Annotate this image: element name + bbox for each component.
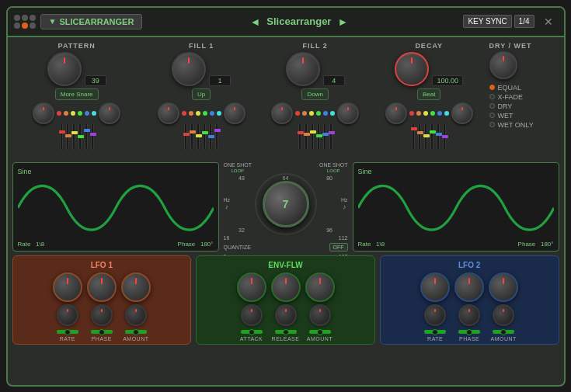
lfo1-amount-knob[interactable] xyxy=(121,272,151,302)
pattern-sub-knob1[interactable] xyxy=(33,102,54,124)
fill2-slider-2[interactable] xyxy=(305,123,308,150)
lfo-right-rate: Rate 1\8 xyxy=(358,241,385,248)
lfo1-rate-knob[interactable] xyxy=(53,272,82,302)
fill2-knob[interactable] xyxy=(286,52,320,86)
option-wet[interactable]: WET xyxy=(489,112,514,120)
quantize-left-off-btn[interactable]: OFF xyxy=(329,243,348,252)
close-button[interactable]: ✕ xyxy=(539,14,558,29)
option-xfade[interactable]: X-FADE xyxy=(489,93,524,101)
fill1-slider-1[interactable] xyxy=(184,123,187,150)
preset-prev-button[interactable]: ◄ xyxy=(246,16,263,28)
env-attack-knob[interactable] xyxy=(237,272,266,302)
lfo2-phase-knob[interactable] xyxy=(454,272,484,302)
lfo1-phase-knob[interactable] xyxy=(87,272,117,302)
option-equal[interactable]: EQUAL xyxy=(489,84,522,92)
pattern-slider-4[interactable] xyxy=(78,123,82,150)
preset-next-button[interactable]: ► xyxy=(334,16,351,28)
fill2-slider-6[interactable] xyxy=(329,123,333,150)
plugin-name-button[interactable]: ▼ SLICEARRANGER xyxy=(40,14,143,29)
lfo1-amount-mini-knob[interactable] xyxy=(125,304,147,326)
decay-slider-4[interactable] xyxy=(430,123,433,150)
fill2-value[interactable]: 4 xyxy=(323,75,345,86)
lfo1-rate-mini-indicator xyxy=(67,309,68,312)
pattern-slider-6[interactable] xyxy=(91,123,94,150)
lfo-right-phase: Phase 180° xyxy=(518,241,554,248)
pattern-slider-5[interactable] xyxy=(85,123,88,150)
decay-sub-knob2[interactable] xyxy=(451,102,473,124)
env-amount-mini-knob[interactable] xyxy=(309,304,331,326)
lfo2-amount-knob-indicator xyxy=(503,278,504,284)
fill1-sub-knob2[interactable] xyxy=(224,102,245,124)
fill1-slider-6[interactable] xyxy=(215,123,218,150)
logo-dots xyxy=(14,15,36,29)
loop-left-label: LOOP xyxy=(231,168,244,173)
logo-dot-3 xyxy=(30,15,36,21)
fill1-sub-knob1[interactable] xyxy=(158,102,179,124)
pattern-sub-knob2[interactable] xyxy=(99,102,120,124)
pattern-slider-2[interactable] xyxy=(66,123,69,150)
fill2-slider-1[interactable] xyxy=(298,123,301,150)
fill1-slider-5[interactable] xyxy=(209,123,212,150)
decay-slider-6[interactable] xyxy=(443,123,446,150)
fill1-dot-blue xyxy=(210,111,214,116)
lfo2-amount-mini-indicator xyxy=(503,309,504,312)
lfo1-rate-knob-indicator xyxy=(67,278,68,284)
fill2-sub-knob2[interactable] xyxy=(337,102,359,124)
pattern-slider-1[interactable] xyxy=(60,123,63,150)
fill2-slider-3[interactable] xyxy=(311,123,314,150)
fill1-knob[interactable] xyxy=(172,52,206,86)
fill1-slider-4[interactable] xyxy=(203,123,206,150)
fill1-btn[interactable]: Up xyxy=(192,88,211,100)
radio-xfade-label: X-FADE xyxy=(498,93,524,101)
dot-red xyxy=(57,111,61,116)
lfo2-amount-knob[interactable] xyxy=(489,272,518,302)
decay-sub-knob2-indicator xyxy=(461,107,463,110)
fill1-value[interactable]: 1 xyxy=(209,75,231,86)
lfo2-amount-mini-knob[interactable] xyxy=(493,304,514,326)
fill2-slider-4[interactable] xyxy=(317,123,320,150)
fill2-btn[interactable]: Down xyxy=(301,88,328,100)
decay-btn[interactable]: Beat xyxy=(417,88,440,100)
env-release-mini-knob[interactable] xyxy=(275,304,297,326)
pattern-label: PATTERN xyxy=(58,42,96,50)
drywet-knob[interactable] xyxy=(489,51,517,79)
decay-dot-blue xyxy=(437,111,442,116)
lfo2-rate-col: RATE xyxy=(420,272,450,342)
decay-slider-2[interactable] xyxy=(418,123,421,150)
shot-option-right: ONE SHOT LOOP xyxy=(319,162,348,173)
lfo2-rate-mini-knob[interactable] xyxy=(424,304,446,326)
pattern-btn[interactable]: More Snare xyxy=(55,88,99,100)
option-dry[interactable]: DRY xyxy=(489,102,513,110)
option-wet-only[interactable]: WET ONLY xyxy=(489,121,534,129)
pattern-value[interactable]: 39 xyxy=(85,75,106,86)
decay-sub-knob1[interactable] xyxy=(385,102,407,124)
lfo-left-wave-label: Sine xyxy=(18,168,214,175)
decay-slider-3[interactable] xyxy=(424,123,427,150)
radio-equal-label: EQUAL xyxy=(498,84,522,92)
top-controls: PATTERN 39 More Snare xyxy=(12,42,559,158)
fill1-slider-2[interactable] xyxy=(190,123,193,150)
fill2-slider-5[interactable] xyxy=(323,123,326,150)
decay-knob[interactable] xyxy=(395,52,429,86)
fill2-knob-indicator xyxy=(302,57,304,64)
fill1-slider-3[interactable] xyxy=(197,123,200,150)
env-release-knob[interactable] xyxy=(271,272,301,302)
key-sync-value[interactable]: 1/4 xyxy=(514,15,534,28)
pattern-knob[interactable] xyxy=(47,52,82,86)
lfo1-phase-mini-knob[interactable] xyxy=(91,304,113,326)
lfo2-phase-mini-knob[interactable] xyxy=(458,304,480,326)
env-attack-label: ATTACK xyxy=(240,336,263,342)
lfo2-rate-knob[interactable] xyxy=(420,272,450,302)
fill2-sub-knob1[interactable] xyxy=(271,102,293,124)
decay-slider-5[interactable] xyxy=(437,123,440,150)
decay-slider-1[interactable] xyxy=(412,123,415,150)
decay-value[interactable]: 100.00 xyxy=(432,75,463,86)
big-knob[interactable]: 7 xyxy=(263,181,309,227)
env-amount-knob[interactable] xyxy=(305,272,335,302)
lfo-left-phase: Phase 180° xyxy=(178,241,214,248)
pattern-slider-3[interactable] xyxy=(72,123,75,150)
env-attack-mini-knob[interactable] xyxy=(241,304,263,326)
lfo1-rate-mini-knob[interactable] xyxy=(57,304,78,326)
dot-green xyxy=(78,111,82,116)
radio-wet-dot xyxy=(489,113,495,118)
